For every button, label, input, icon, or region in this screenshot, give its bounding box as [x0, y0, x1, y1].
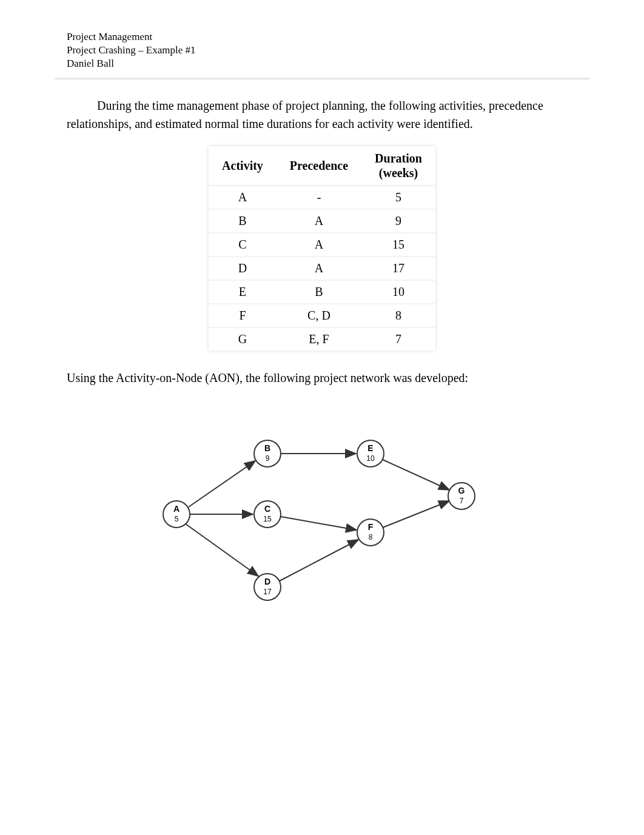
table-row: F C, D 8: [209, 303, 435, 327]
node-b-label: B: [264, 443, 270, 453]
cell-precedence: -: [277, 186, 361, 209]
activity-table: Activity Precedence Duration(weeks) A - …: [209, 146, 435, 350]
cell-activity: F: [209, 303, 277, 327]
node-e-label: E: [367, 443, 373, 453]
cell-duration: 7: [361, 327, 435, 350]
cell-activity: C: [209, 232, 277, 256]
cell-activity: D: [209, 256, 277, 280]
edge-e-g: [383, 460, 449, 490]
table-row: B A 9: [209, 209, 435, 232]
edge-a-b: [189, 461, 255, 507]
node-c-label: C: [264, 504, 270, 514]
cell-duration: 15: [361, 232, 435, 256]
node-g-label: G: [458, 486, 465, 495]
node-c-sub: 15: [263, 515, 272, 523]
node-f: F 8: [357, 519, 384, 546]
document-header: Project Management Project Crashing – Ex…: [67, 30, 577, 70]
cell-duration: 5: [361, 186, 435, 209]
intro-paragraph: During the time management phase of proj…: [67, 96, 577, 133]
activity-table-wrapper: Activity Precedence Duration(weeks) A - …: [67, 146, 577, 350]
cell-duration: 17: [361, 256, 435, 280]
col-activity-header: Activity: [209, 146, 277, 186]
cell-activity: E: [209, 280, 277, 303]
node-f-sub: 8: [369, 533, 373, 542]
node-c: C 15: [254, 501, 281, 528]
table-row: C A 15: [209, 232, 435, 256]
header-line-3: Daniel Ball: [67, 57, 577, 70]
node-a-label: A: [173, 504, 179, 514]
cell-duration: 9: [361, 209, 435, 232]
node-g-sub: 7: [460, 497, 464, 505]
header-divider: [55, 78, 589, 79]
cell-duration: 8: [361, 303, 435, 327]
cell-precedence: B: [277, 280, 361, 303]
cell-precedence: A: [277, 209, 361, 232]
node-f-label: F: [368, 522, 374, 532]
cell-duration: 10: [361, 280, 435, 303]
node-a: A 5: [163, 501, 190, 528]
node-e: E 10: [357, 440, 384, 467]
cell-activity: A: [209, 186, 277, 209]
table-row: A - 5: [209, 186, 435, 209]
header-line-2: Project Crashing – Example #1: [67, 44, 577, 57]
node-a-sub: 5: [175, 515, 179, 523]
aon-diagram-wrapper: A 5 B 9 C 15 D 17 E 10 F: [67, 411, 577, 629]
edge-c-f: [281, 517, 357, 530]
cell-precedence: E, F: [277, 327, 361, 350]
aon-network-diagram: A 5 B 9 C 15 D 17 E 10 F: [140, 411, 504, 629]
cell-activity: B: [209, 209, 277, 232]
table-row: G E, F 7: [209, 327, 435, 350]
edge-d-f: [280, 540, 358, 581]
col-duration-label: Duration(weeks): [375, 152, 422, 179]
cell-precedence: A: [277, 256, 361, 280]
edge-f-g: [383, 501, 449, 528]
aon-paragraph: Using the Activity-on-Node (AON), the fo…: [67, 369, 577, 387]
table-row: E B 10: [209, 280, 435, 303]
node-d-sub: 17: [263, 588, 272, 596]
node-b-sub: 9: [266, 454, 270, 463]
cell-activity: G: [209, 327, 277, 350]
node-e-sub: 10: [366, 454, 375, 463]
node-b: B 9: [254, 440, 281, 467]
node-d: D 17: [254, 574, 281, 600]
cell-precedence: A: [277, 232, 361, 256]
col-duration-header: Duration(weeks): [361, 146, 435, 186]
table-row: D A 17: [209, 256, 435, 280]
node-d-label: D: [264, 577, 270, 586]
node-g: G 7: [448, 483, 475, 509]
cell-precedence: C, D: [277, 303, 361, 327]
col-precedence-header: Precedence: [277, 146, 361, 186]
header-line-1: Project Management: [67, 30, 577, 44]
edge-a-d: [186, 524, 258, 576]
